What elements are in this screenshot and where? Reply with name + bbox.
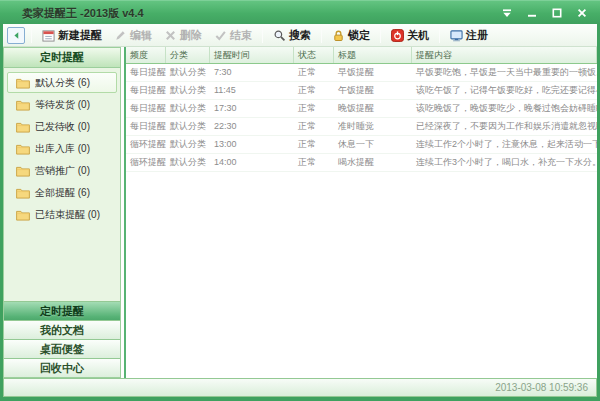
folder-icon — [16, 165, 30, 177]
table-row[interactable]: 每日提醒默认分类7:30正常早饭提醒早饭要吃饱，早饭是一天当中最重要的一顿饭。 — [126, 64, 597, 82]
sidebar-category[interactable]: 全部提醒 (6) — [7, 182, 117, 203]
table-cell: 休息一下 — [334, 136, 412, 153]
toolbar-separator — [439, 27, 440, 43]
folder-icon — [16, 143, 30, 155]
edit-icon — [114, 29, 127, 42]
power-icon — [391, 29, 404, 42]
table-cell: 连续工作3个小时了，喝口水，补充一下水分。 — [412, 154, 597, 171]
table-cell: 每日提醒 — [126, 100, 166, 117]
table-cell: 7:30 — [210, 64, 294, 81]
register-button[interactable]: 注册 — [445, 26, 493, 45]
folder-icon — [16, 187, 30, 199]
table-cell: 已经深夜了，不要因为工作和娱乐消遣就忽视睡... — [412, 118, 597, 135]
sidebar-category-label: 已发待收 (0) — [35, 120, 90, 134]
sidebar-nav-item[interactable]: 我的文档 — [4, 320, 120, 339]
minimize-icon — [526, 7, 538, 19]
sidebar-category-label: 营销推广 (0) — [35, 164, 90, 178]
table-cell: 正常 — [294, 82, 334, 99]
toolbar-button-label: 编辑 — [130, 28, 152, 43]
table-cell: 早饭要吃饱，早饭是一天当中最重要的一顿饭。 — [412, 64, 597, 81]
title-bar[interactable]: 卖家提醒王 -2013版 v4.4 — [0, 0, 600, 24]
skin-menu-icon — [501, 7, 513, 19]
shutdown-button[interactable]: 关机 — [386, 26, 434, 45]
app-window: 卖家提醒王 -2013版 v4.4 新建提醒编辑删除结束搜索锁定关机注册 定时提… — [0, 0, 600, 401]
delete-button[interactable]: 删除 — [159, 26, 207, 45]
table-cell: 每日提醒 — [126, 82, 166, 99]
column-header[interactable]: 标题 — [334, 47, 412, 63]
table-cell: 正常 — [294, 64, 334, 81]
sidebar-header: 定时提醒 — [4, 48, 120, 68]
sidebar-category[interactable]: 已发待收 (0) — [7, 116, 117, 137]
table-cell: 准时睡觉 — [334, 118, 412, 135]
toolbar-button-label: 关机 — [407, 28, 429, 43]
sidebar-category[interactable]: 默认分类 (6) — [7, 72, 117, 93]
table-cell: 连续工作2个小时了，注意休息，起来活动一下，... — [412, 136, 597, 153]
toolbar-button-label: 结束 — [230, 28, 252, 43]
folder-icon — [16, 99, 30, 111]
clock-text: 2013-03-08 10:59:36 — [495, 382, 588, 393]
window-title: 卖家提醒王 -2013版 v4.4 — [22, 1, 144, 25]
table-cell: 喝水提醒 — [334, 154, 412, 171]
column-header[interactable]: 频度 — [126, 47, 166, 63]
table-row[interactable]: 每日提醒默认分类11:45正常午饭提醒该吃午饭了，记得午饭要吃好，吃完还要记得小… — [126, 82, 597, 100]
sidebar-category-label: 等待发货 (0) — [35, 98, 90, 112]
table-header-row: 频度分类提醒时间状态标题提醒内容 — [126, 47, 597, 64]
table-cell: 该吃晚饭了，晚饭要吃少，晚餐过饱会妨碍睡眠... — [412, 100, 597, 117]
minimize-button[interactable] — [519, 4, 544, 22]
sidebar-category[interactable]: 已结束提醒 (0) — [7, 204, 117, 225]
toolbar-buttons: 新建提醒编辑删除结束搜索锁定关机注册 — [36, 26, 494, 45]
table-cell: 默认分类 — [166, 64, 210, 81]
new-reminder-button[interactable]: 新建提醒 — [37, 26, 107, 45]
delete-icon — [164, 29, 177, 42]
toolbar-separator — [321, 27, 322, 43]
sidebar-category[interactable]: 营销推广 (0) — [7, 160, 117, 181]
column-header[interactable]: 提醒内容 — [412, 47, 597, 63]
lock-icon — [332, 29, 345, 42]
sidebar-nav-item[interactable]: 定时提醒 — [4, 301, 120, 320]
toolbar-separator — [262, 27, 263, 43]
toolbar-button-label: 注册 — [466, 28, 488, 43]
table-cell: 默认分类 — [166, 118, 210, 135]
lock-button[interactable]: 锁定 — [327, 26, 375, 45]
table-cell: 22:30 — [210, 118, 294, 135]
finish-button[interactable]: 结束 — [209, 26, 257, 45]
sidebar-category-label: 全部提醒 (6) — [35, 186, 90, 200]
table-cell: 13:00 — [210, 136, 294, 153]
sidebar-nav-item[interactable]: 桌面便签 — [4, 339, 120, 358]
toolbar-button-label: 锁定 — [348, 28, 370, 43]
edit-button[interactable]: 编辑 — [109, 26, 157, 45]
folder-icon — [16, 121, 30, 133]
table-cell: 11:45 — [210, 82, 294, 99]
folder-icon — [16, 209, 30, 221]
column-header[interactable]: 分类 — [166, 47, 210, 63]
maximize-button[interactable] — [544, 4, 569, 22]
table-row[interactable]: 循环提醒默认分类13:00正常休息一下连续工作2个小时了，注意休息，起来活动一下… — [126, 136, 597, 154]
search-icon — [273, 29, 286, 42]
close-button[interactable] — [569, 4, 594, 22]
column-header[interactable]: 状态 — [294, 47, 334, 63]
table-body: 每日提醒默认分类7:30正常早饭提醒早饭要吃饱，早饭是一天当中最重要的一顿饭。每… — [126, 64, 597, 172]
table-cell: 每日提醒 — [126, 118, 166, 135]
sidebar-nav-item[interactable]: 回收中心 — [4, 358, 120, 377]
sidebar-category[interactable]: 等待发货 (0) — [7, 94, 117, 115]
table-cell: 默认分类 — [166, 82, 210, 99]
table-row[interactable]: 循环提醒默认分类14:00正常喝水提醒连续工作3个小时了，喝口水，补充一下水分。 — [126, 154, 597, 172]
table-cell: 晚饭提醒 — [334, 100, 412, 117]
table-cell: 17:30 — [210, 100, 294, 117]
search-button[interactable]: 搜索 — [268, 26, 316, 45]
collapse-sidebar-button[interactable] — [7, 27, 25, 44]
status-bar: 2013-03-08 10:59:36 — [3, 378, 597, 397]
table-row[interactable]: 每日提醒默认分类22:30正常准时睡觉已经深夜了，不要因为工作和娱乐消遣就忽视睡… — [126, 118, 597, 136]
skin-menu-button[interactable] — [494, 4, 519, 22]
table-cell: 每日提醒 — [126, 64, 166, 81]
collapse-left-icon — [11, 30, 22, 41]
table-row[interactable]: 每日提醒默认分类17:30正常晚饭提醒该吃晚饭了，晚饭要吃少，晚餐过饱会妨碍睡眠… — [126, 100, 597, 118]
sidebar-category[interactable]: 出库入库 (0) — [7, 138, 117, 159]
column-header[interactable]: 提醒时间 — [210, 47, 294, 63]
toolbar-separator — [31, 27, 32, 43]
table-cell: 早饭提醒 — [334, 64, 412, 81]
reminder-table: 频度分类提醒时间状态标题提醒内容 每日提醒默认分类7:30正常早饭提醒早饭要吃饱… — [124, 47, 597, 378]
table-cell: 循环提醒 — [126, 136, 166, 153]
table-cell: 正常 — [294, 100, 334, 117]
folder-icon — [16, 77, 30, 89]
